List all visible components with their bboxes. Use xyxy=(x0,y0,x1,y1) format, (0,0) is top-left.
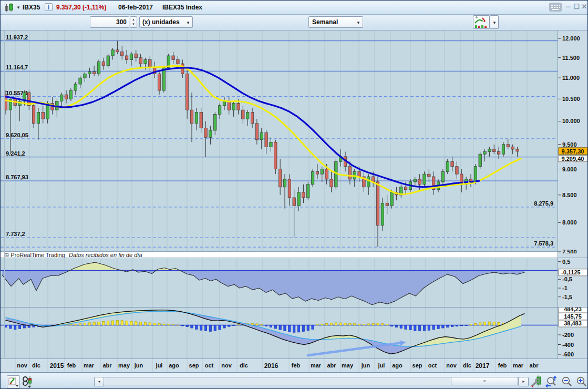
svg-text:11.000: 11.000 xyxy=(562,75,580,81)
month-label: jul xyxy=(378,362,385,368)
month-label: jun xyxy=(362,362,370,368)
keyboard-icon[interactable] xyxy=(549,3,562,12)
scrollbar-thumb[interactable]: ≡ xyxy=(451,377,518,385)
svg-text:7.578,3: 7.578,3 xyxy=(534,240,553,247)
month-label: dic xyxy=(240,362,248,368)
month-label: jul xyxy=(156,362,163,368)
title-bar: ▼ IBX35 i 9.357,30 (-1,11%) 06-feb-2017 … xyxy=(1,1,587,15)
price-axis[interactable]: 12.00011.50011.00010.50010.0009.5009.000… xyxy=(558,30,588,253)
symbol-dropdown-icon[interactable]: ▼ xyxy=(16,5,20,10)
last-quote: 9.357,30 (-1,11%) xyxy=(56,1,106,14)
svg-text:-200: -200 xyxy=(562,332,574,338)
svg-text:8.500: 8.500 xyxy=(562,192,577,198)
zoom-in-icon[interactable] xyxy=(575,375,588,388)
maximize-button[interactable]: ☐ xyxy=(573,1,580,13)
macd-chart[interactable] xyxy=(1,308,558,359)
month-label: nov xyxy=(446,362,457,368)
svg-text:9.500: 9.500 xyxy=(562,141,577,148)
scroll-right-button[interactable]: ► xyxy=(519,377,529,386)
svg-text:9.357,30: 9.357,30 xyxy=(562,148,584,155)
instrument-candle-icon[interactable] xyxy=(5,3,15,12)
minimize-button[interactable]: ─ xyxy=(564,1,572,13)
month-label: sep xyxy=(412,362,422,368)
units-mode-select[interactable]: (x) unidades ▼ xyxy=(139,16,193,28)
month-label: feb xyxy=(292,362,301,368)
svg-text:0,5: 0,5 xyxy=(562,259,570,265)
svg-text:8.767,93: 8.767,93 xyxy=(6,174,28,180)
close-button[interactable]: ✕ xyxy=(581,1,588,13)
svg-text:7.500: 7.500 xyxy=(562,249,577,253)
svg-text:38,483: 38,483 xyxy=(564,320,582,326)
candle-config-icon[interactable] xyxy=(22,375,34,388)
month-label: dic xyxy=(32,362,40,368)
month-label: nov xyxy=(221,362,232,368)
time-axis[interactable]: novdic2015febmarabrmayjunjulagosepoctnov… xyxy=(1,359,588,372)
timeframe-select[interactable]: Semanal ▼ xyxy=(308,16,363,28)
svg-text:-0,1125: -0,1125 xyxy=(561,269,581,275)
svg-text:8.000: 8.000 xyxy=(562,219,577,226)
month-label: oct xyxy=(428,362,437,368)
macd-axis[interactable]: -200-400-600484,23145,7538,483 xyxy=(558,308,588,359)
month-label: may xyxy=(342,362,353,368)
svg-text:11.500: 11.500 xyxy=(562,55,580,61)
session-date: 06-feb-2017 xyxy=(118,1,153,14)
chart-style-dropdown[interactable]: ▼ xyxy=(490,15,499,29)
year-label: 2016 xyxy=(264,362,278,370)
svg-text:-1,5: -1,5 xyxy=(562,294,572,300)
year-label: 2015 xyxy=(50,362,64,370)
chevron-down-icon[interactable]: ▼ xyxy=(356,21,360,25)
chart-style-button[interactable] xyxy=(473,15,490,29)
month-label: mar xyxy=(513,362,523,368)
svg-text:8.275,9: 8.275,9 xyxy=(534,200,553,207)
spinner-up-icon[interactable]: ▲ xyxy=(130,17,137,22)
bars-count-spinner[interactable]: ▲ ▼ xyxy=(130,16,137,28)
symbol-label[interactable]: IBX35 xyxy=(23,1,40,14)
indicator-settings-icon[interactable] xyxy=(530,375,543,388)
price-chart[interactable]: 11.937,211.164,710.557,19.620,059.241,28… xyxy=(1,30,558,251)
zoom-fit-icon[interactable] xyxy=(545,375,559,388)
svg-text:12.000: 12.000 xyxy=(562,35,580,42)
bottom-toolbar: ◄ ≡ ► xyxy=(1,373,588,389)
svg-text:9.620,05: 9.620,05 xyxy=(6,132,28,138)
month-label: mar xyxy=(84,362,94,368)
svg-text:10.000: 10.000 xyxy=(562,118,580,124)
month-label: ago xyxy=(392,362,403,368)
new-order-icon[interactable] xyxy=(7,375,20,388)
svg-text:7.737,2: 7.737,2 xyxy=(6,231,25,237)
svg-text:9.241,2: 9.241,2 xyxy=(6,150,25,157)
bars-count-input[interactable] xyxy=(90,16,129,28)
month-label: feb xyxy=(67,362,76,368)
month-label: nov xyxy=(17,362,27,368)
svg-text:-1: -1 xyxy=(562,285,568,291)
instrument-name: IBEX35 Index xyxy=(162,1,202,14)
chart-toolbar: ▲ ▼ (x) unidades ▼ Semanal ▼ ▼ xyxy=(1,15,587,30)
zoom-out-icon[interactable] xyxy=(561,375,573,388)
timeframe-value: Semanal xyxy=(312,18,338,26)
chevron-down-icon[interactable]: ▼ xyxy=(186,21,190,25)
month-label: abr xyxy=(327,362,336,368)
chevron-down-icon: ▼ xyxy=(492,21,497,25)
month-label: jun xyxy=(135,362,143,368)
info-icon[interactable]: i xyxy=(45,3,53,11)
oscillator-chart[interactable] xyxy=(1,258,558,307)
chart-left-edge xyxy=(4,30,5,372)
svg-text:-0,5: -0,5 xyxy=(562,276,572,282)
application-window: ▼ IBX35 i 9.357,30 (-1,11%) 06-feb-2017 … xyxy=(0,0,588,389)
month-label: may xyxy=(118,362,130,368)
spinner-down-icon[interactable]: ▼ xyxy=(130,22,137,27)
svg-text:-400: -400 xyxy=(562,342,574,348)
chart-style-icon xyxy=(473,16,489,28)
month-label: oct xyxy=(205,362,214,368)
month-label: feb xyxy=(498,362,507,368)
svg-text:11.164,7: 11.164,7 xyxy=(6,64,28,70)
oscillator-axis[interactable]: 0,5-0,5-1-1,5-0,1125 xyxy=(558,258,588,307)
svg-text:-600: -600 xyxy=(562,351,574,357)
panel-divider xyxy=(1,307,588,308)
svg-text:484,23: 484,23 xyxy=(564,308,582,312)
svg-text:145,75: 145,75 xyxy=(564,313,582,320)
month-label: abr xyxy=(529,362,538,368)
scroll-left-button[interactable]: ◄ xyxy=(94,377,104,386)
year-label: 2017 xyxy=(476,362,490,370)
svg-text:10.500: 10.500 xyxy=(562,96,580,102)
svg-text:11.937,2: 11.937,2 xyxy=(6,34,28,40)
